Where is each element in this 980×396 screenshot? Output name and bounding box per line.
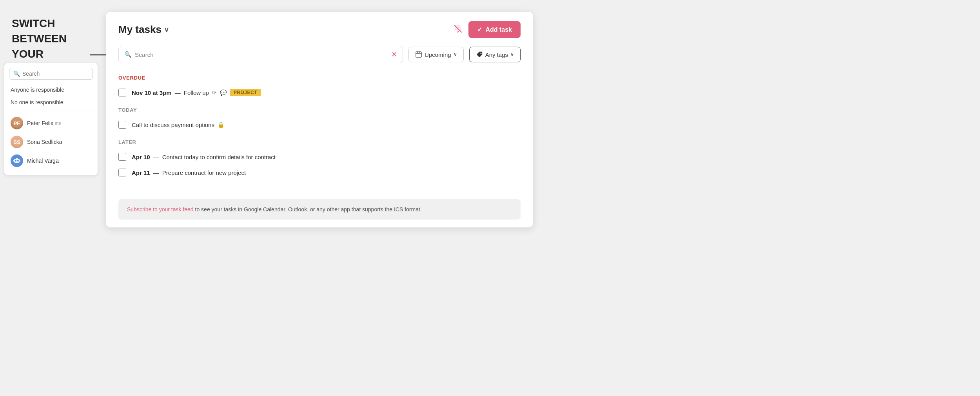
overdue-divider (118, 103, 521, 103)
user-me-badge: me (55, 121, 62, 126)
panel-toolbar: 🔍 ✕ Upcoming ∨ Any tags ∨ (106, 46, 533, 71)
sidebar-user-peter[interactable]: PF Peter Felix me (4, 114, 98, 133)
title-chevron-icon[interactable]: ∨ (164, 25, 169, 34)
main-search-input[interactable] (135, 51, 388, 58)
user-name-michal: Michal Varga (27, 158, 59, 164)
task-date-1: Nov 10 at 3pm (132, 89, 172, 96)
sidebar-divider (4, 111, 98, 111)
task-row-today: Call to discuss payment options 🔒 (118, 117, 521, 133)
svg-point-13 (480, 53, 481, 54)
checkmark-icon: ✓ (477, 26, 482, 33)
task-row-later-1: Apr 10 — Contact today to confirm detail… (118, 149, 521, 165)
task-text-1: Nov 10 at 3pm — Follow up ⟳ 💬 PROJECT (132, 89, 261, 96)
avatar-michal (11, 154, 23, 167)
upcoming-icon (415, 51, 422, 58)
svg-point-4 (17, 160, 19, 162)
subscribe-body: to see your tasks in Google Calendar, Ou… (195, 206, 422, 213)
upcoming-filter-button[interactable]: Upcoming ∨ (408, 47, 464, 62)
task-row: Nov 10 at 3pm — Follow up ⟳ 💬 PROJECT (118, 85, 521, 100)
comment-icon: 💬 (220, 89, 227, 96)
main-search-bar: 🔍 ✕ (118, 46, 403, 63)
sidebar-filter-noone[interactable]: No one is responsible (4, 96, 98, 109)
lock-icon: 🔒 (218, 122, 224, 128)
svg-rect-6 (13, 160, 14, 162)
overdue-section-label: OVERDUE (118, 75, 521, 81)
main-panel: My tasks ∨ ✓ Add task 🔍 ✕ (106, 12, 533, 227)
add-task-button[interactable]: ✓ Add task (468, 21, 521, 38)
tags-chevron-icon: ∨ (510, 52, 514, 57)
task-badge-1: PROJECT (230, 89, 261, 96)
svg-rect-9 (416, 52, 421, 57)
svg-rect-7 (20, 160, 20, 162)
today-section-label: TODAY (118, 107, 521, 113)
task-checkbox-4[interactable] (118, 169, 126, 176)
svg-rect-5 (16, 158, 18, 159)
michal-avatar-icon (13, 156, 21, 165)
task-checkbox-2[interactable] (118, 121, 126, 129)
user-name-sona: Sona Sedlicka (27, 139, 62, 145)
sidebar-user-michal[interactable]: Michal Varga (4, 151, 98, 170)
search-clear-button[interactable]: ✕ (391, 50, 397, 59)
avatar-peter: PF (11, 117, 23, 129)
task-text-3: Apr 10 — Contact today to confirm detail… (132, 154, 276, 160)
search-icon: 🔍 (124, 51, 132, 58)
task-date-3: Apr 10 (132, 154, 150, 160)
repeat-icon: ⟳ (212, 89, 217, 96)
bell-slash-icon[interactable] (453, 24, 463, 36)
task-text-4: Apr 11 — Prepare contract for new projec… (132, 169, 246, 176)
sidebar-filter-anyone[interactable]: Anyone is responsible (4, 84, 98, 96)
sidebar-search-input[interactable] (22, 71, 89, 77)
task-checkbox-3[interactable] (118, 153, 126, 161)
subscribe-link[interactable]: Subscribe to your task feed (127, 206, 194, 213)
task-date-4: Apr 11 (132, 169, 150, 176)
task-text-2: Call to discuss payment options 🔒 (132, 122, 224, 128)
sidebar-search-container: 🔍 (9, 68, 93, 80)
sidebar-user-sona[interactable]: SS Sona Sedlicka (4, 133, 98, 151)
panel-header: My tasks ∨ ✓ Add task (106, 12, 533, 46)
today-divider (118, 135, 521, 135)
subscribe-banner: Subscribe to your task feed to see your … (118, 199, 521, 220)
header-actions: ✓ Add task (453, 21, 521, 38)
upcoming-chevron-icon: ∨ (454, 52, 457, 57)
sidebar-panel: 🔍 Anyone is responsible No one is respon… (4, 63, 98, 175)
tag-icon (476, 51, 483, 58)
task-content: OVERDUE Nov 10 at 3pm — Follow up ⟳ 💬 PR… (106, 75, 533, 192)
sidebar-search-icon: 🔍 (13, 71, 20, 77)
user-name-peter: Peter Felix me (27, 120, 61, 126)
svg-point-3 (15, 160, 16, 162)
avatar-sona: SS (11, 136, 23, 148)
any-tags-filter-button[interactable]: Any tags ∨ (469, 47, 521, 62)
later-section-label: LATER (118, 139, 521, 145)
panel-title: My tasks ∨ (118, 24, 169, 36)
task-row-later-2: Apr 11 — Prepare contract for new projec… (118, 165, 521, 180)
task-checkbox-1[interactable] (118, 89, 126, 96)
